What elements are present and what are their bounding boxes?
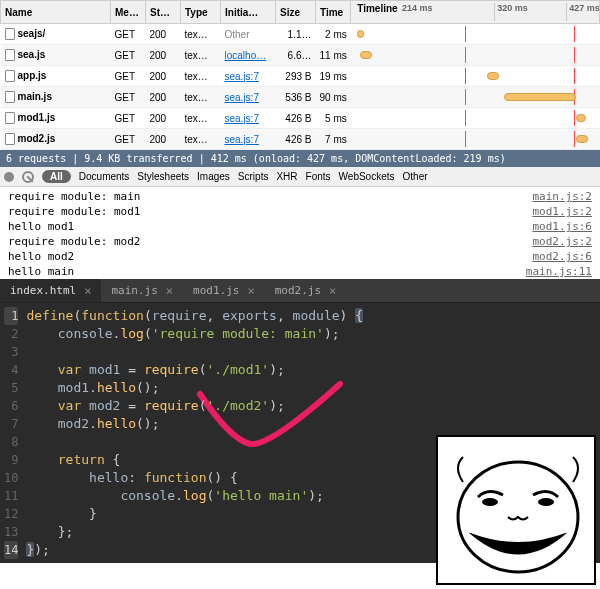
initiator-link[interactable]: sea.js:7 [225,113,259,124]
code-line[interactable]: }); [26,541,363,559]
line-gutter: 1234567891011121314 [0,303,26,563]
filter-fonts[interactable]: Fonts [306,171,331,182]
code-line[interactable]: define(function(require, exports, module… [26,307,363,325]
editor-tabs: index.html×main.js×mod1.js×mod2.js× [0,279,600,303]
timeline-bar [487,72,499,80]
code-line[interactable]: console.log('hello main'); [26,487,363,505]
console-source-link[interactable]: mod1.js:6 [532,220,592,233]
close-icon[interactable]: × [84,284,91,298]
tab-label: mod1.js [193,284,239,297]
filter-xhr[interactable]: XHR [276,171,297,182]
col-type[interactable]: Type [181,1,221,24]
filter-bar: All Documents Stylesheets Images Scripts… [0,167,600,187]
editor-tab[interactable]: mod1.js× [183,279,265,302]
console-message: require module: main [8,190,532,203]
col-initiator[interactable]: Initia… [221,1,276,24]
record-icon[interactable] [4,172,14,182]
col-method[interactable]: Me… [111,1,146,24]
code-line[interactable]: return { [26,451,363,469]
code-line[interactable] [26,433,363,451]
svg-point-2 [538,498,554,506]
meme-image [436,435,596,585]
network-summary: 6 requests | 9.4 KB transferred | 412 ms… [0,150,600,167]
network-table: Name Me… St… Type Initia… Size Time Time… [0,0,600,150]
console-message: require module: mod1 [8,205,532,218]
code-line[interactable] [26,343,363,361]
file-icon [5,91,15,103]
network-row[interactable]: mod1.jsGET200tex…sea.js:7426 B5 ms [1,108,600,129]
initiator-link: Other [225,29,250,40]
code-line[interactable]: mod1.hello(); [26,379,363,397]
timeline-bar [576,135,588,143]
timeline-bar [576,114,586,122]
initiator-link[interactable]: sea.js:7 [225,92,259,103]
code-line[interactable]: var mod1 = require('./mod1'); [26,361,363,379]
code-line[interactable]: hello: function() { [26,469,363,487]
filter-scripts[interactable]: Scripts [238,171,269,182]
console-source-link[interactable]: mod2.js:6 [532,250,592,263]
console-message: hello mod2 [8,250,532,263]
network-row[interactable]: seajs/GET200tex…Other1.1…2 ms [1,24,600,45]
filter-stylesheets[interactable]: Stylesheets [137,171,189,182]
filter-documents[interactable]: Documents [79,171,130,182]
close-icon[interactable]: × [329,284,336,298]
filter-all[interactable]: All [42,170,71,183]
code-line[interactable]: var mod2 = require('./mod2'); [26,397,363,415]
network-row[interactable]: sea.jsGET200tex…localho…6.6…11 ms [1,45,600,66]
initiator-link[interactable]: localho… [225,50,267,61]
col-status[interactable]: St… [146,1,181,24]
console-row: require module: mainmain.js:2 [0,189,600,204]
timeline-bar [504,93,576,101]
col-timeline[interactable]: Timeline 214 ms 320 ms 427 ms [351,1,600,24]
col-size[interactable]: Size [276,1,316,24]
col-time[interactable]: Time [316,1,351,24]
file-icon [5,133,15,145]
code-content[interactable]: define(function(require, exports, module… [26,303,363,563]
console-row: hello mod1mod1.js:6 [0,219,600,234]
close-icon[interactable]: × [247,284,254,298]
timeline-bar [360,51,372,59]
tab-label: mod2.js [275,284,321,297]
console-source-link[interactable]: mod1.js:2 [532,205,592,218]
console-message: hello main [8,265,526,278]
code-line[interactable]: } [26,505,363,523]
code-line[interactable]: console.log('require module: main'); [26,325,363,343]
network-panel: Name Me… St… Type Initia… Size Time Time… [0,0,600,150]
timeline-tick: 427 ms [566,3,599,21]
console-source-link[interactable]: mod2.js:2 [532,235,592,248]
timeline-bar [357,30,364,38]
timeline-tick: 320 ms [494,3,528,21]
initiator-link[interactable]: sea.js:7 [225,71,259,82]
svg-point-1 [482,498,498,506]
editor-tab[interactable]: mod2.js× [265,279,347,302]
network-row[interactable]: mod2.jsGET200tex…sea.js:7426 B7 ms [1,129,600,150]
initiator-link[interactable]: sea.js:7 [225,134,259,145]
network-row[interactable]: main.jsGET200tex…sea.js:7536 B90 ms [1,87,600,108]
console-row: require module: mod1mod1.js:2 [0,204,600,219]
close-icon[interactable]: × [166,284,173,298]
col-name[interactable]: Name [1,1,111,24]
tab-label: main.js [111,284,157,297]
file-icon [5,49,15,61]
console-row: require module: mod2mod2.js:2 [0,234,600,249]
console-row: hello mainmain.js:11 [0,264,600,279]
network-row[interactable]: app.jsGET200tex…sea.js:7293 B19 ms [1,66,600,87]
console-source-link[interactable]: main.js:2 [532,190,592,203]
file-icon [5,70,15,82]
file-icon [5,112,15,124]
filter-websockets[interactable]: WebSockets [339,171,395,182]
tab-label: index.html [10,284,76,297]
timeline-tick: 214 ms [372,3,433,21]
console-panel: require module: mainmain.js:2require mod… [0,187,600,279]
code-line[interactable]: }; [26,523,363,541]
network-header-row: Name Me… St… Type Initia… Size Time Time… [1,1,600,24]
clear-icon[interactable] [22,171,34,183]
code-line[interactable]: mod2.hello(); [26,415,363,433]
console-source-link[interactable]: main.js:11 [526,265,592,278]
console-message: require module: mod2 [8,235,532,248]
filter-other[interactable]: Other [403,171,428,182]
filter-images[interactable]: Images [197,171,230,182]
editor-tab[interactable]: index.html× [0,279,101,302]
editor-tab[interactable]: main.js× [101,279,183,302]
file-icon [5,28,15,40]
